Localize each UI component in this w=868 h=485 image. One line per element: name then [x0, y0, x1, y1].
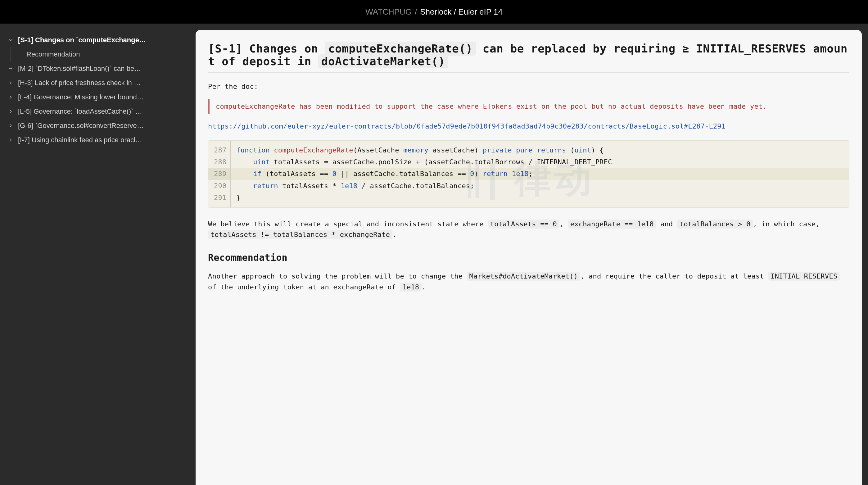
analysis-paragraph: We believe this will create a special an… [208, 219, 849, 240]
inline-code: exchangeRate == 1e18 [568, 219, 656, 229]
document-heading: [S-1] Changes on computeExchangeRate() c… [208, 42, 849, 73]
chevron-right-icon [7, 137, 14, 143]
code-line: 287function computeExchangeRate(AssetCac… [208, 141, 849, 156]
page-title-breadcrumb: Sherlock / Euler eIP 14 [420, 7, 502, 17]
toc-item[interactable]: [G-6] `Governance.sol#convertReserve… [7, 119, 189, 133]
code-content: return totalAssets * 1e18 / assetCache.t… [230, 180, 849, 192]
text: and [656, 220, 677, 228]
source-link[interactable]: https://github.com/euler-xyz/euler-contr… [208, 122, 725, 130]
text: , [559, 220, 568, 228]
top-bar: WATCHPUG / Sherlock / Euler eIP 14 [0, 0, 868, 24]
toc-item[interactable]: [M-2] `DToken.sol#flashLoan()` can be… [7, 61, 189, 76]
code-line: 289 if (totalAssets == 0 || assetCache.t… [208, 168, 849, 180]
blockquote-text: computeExchangeRate has been modified to… [216, 102, 767, 110]
inline-code: totalAssets == 0 [488, 219, 559, 229]
toc-item-label: [M-2] `DToken.sol#flashLoan()` can be… [18, 65, 141, 73]
text: , in which case, [753, 220, 820, 228]
code-line: 288 uint totalAssets = assetCache.poolSi… [208, 156, 849, 168]
inline-code: totalBalances > 0 [677, 219, 753, 229]
org-name: WATCHPUG [365, 7, 412, 17]
inline-code: totalAssets != totalBalances * exchangeR… [208, 230, 393, 239]
toc-item[interactable]: [I-7] Using chainlink feed as price orac… [7, 133, 189, 147]
code-line: 290 return totalAssets * 1e18 / assetCac… [208, 180, 849, 192]
code-block: 287function computeExchangeRate(AssetCac… [208, 140, 849, 207]
text: of the underlying token at an exchangeRa… [208, 283, 400, 291]
blockquote: computeExchangeRate has been modified to… [208, 99, 849, 114]
toc-item-label: [S-1] Changes on `computeExchange… [18, 36, 146, 44]
toc-item-label: [I-7] Using chainlink feed as price orac… [18, 136, 142, 144]
toc-item[interactable]: [H-3] Lack of price freshness check in … [7, 76, 189, 90]
inline-code: Markets#doActivateMarket() [467, 272, 581, 281]
recommendation-paragraph: Another approach to solving the problem … [208, 271, 849, 292]
code-content: function computeExchangeRate(AssetCache … [230, 141, 849, 156]
toc-item-label: [L-4] Governance: Missing lower bound… [18, 93, 144, 101]
line-number: 291 [208, 192, 230, 207]
text: , and require the caller to deposit at l… [580, 272, 768, 280]
inline-code: INITIAL_RESERVES [768, 272, 840, 281]
line-number: 290 [208, 180, 230, 192]
code-line: 291} [208, 192, 849, 207]
inline-code: 1e18 [400, 282, 422, 292]
chevron-right-icon [7, 109, 14, 115]
toc-item[interactable]: [S-1] Changes on `computeExchange… [7, 33, 189, 47]
line-number: 289 [208, 168, 230, 180]
heading-text: [S-1] Changes on [208, 42, 325, 55]
text: Another approach to solving the problem … [208, 272, 467, 280]
chevron-down-icon [7, 37, 14, 43]
line-number: 287 [208, 141, 230, 156]
code-content: uint totalAssets = assetCache.poolSize +… [230, 156, 849, 168]
heading-code: computeExchangeRate() [325, 41, 476, 56]
heading-code: doActivateMarket() [318, 54, 448, 68]
text: . [393, 231, 397, 239]
toc-item-label: [L-5] Governance: `loadAssetCache()` … [18, 108, 142, 116]
toc-item[interactable]: [L-4] Governance: Missing lower bound… [7, 90, 189, 104]
toc-item-label: Recommendation [23, 50, 80, 58]
text: . [422, 283, 426, 291]
chevron-right-icon [7, 80, 14, 86]
code-content: if (totalAssets == 0 || assetCache.total… [230, 168, 849, 180]
toc-sidebar: [S-1] Changes on `computeExchange…Recomm… [0, 24, 195, 485]
minus-icon [7, 65, 14, 72]
breadcrumb-separator: / [415, 7, 417, 17]
toc-subitem[interactable]: Recommendation [10, 47, 189, 61]
intro-paragraph: Per the doc: [208, 81, 849, 92]
code-content: } [230, 192, 849, 207]
toc-item[interactable]: [L-5] Governance: `loadAssetCache()` … [7, 104, 189, 119]
document-content: ‖| 律动 [S-1] Changes on computeExchangeRa… [195, 30, 862, 485]
text: We believe this will create a special an… [208, 220, 488, 228]
chevron-right-icon [7, 123, 14, 129]
line-number: 288 [208, 156, 230, 168]
recommendation-heading: Recommendation [208, 250, 849, 265]
toc-item-label: [H-3] Lack of price freshness check in … [18, 79, 141, 87]
chevron-right-icon [7, 94, 14, 100]
toc-item-label: [G-6] `Governance.sol#convertReserve… [18, 122, 144, 130]
